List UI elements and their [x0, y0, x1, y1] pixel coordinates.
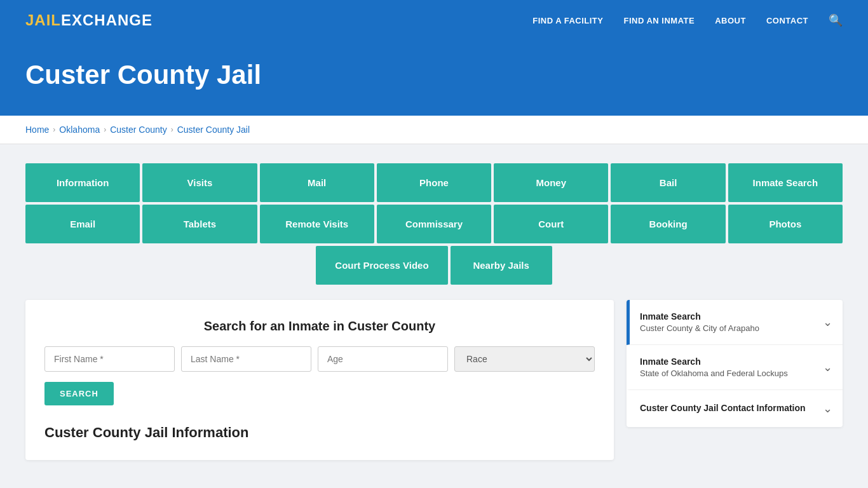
- logo-exchange: EXCHANGE: [61, 11, 153, 29]
- sidebar-card-2[interactable]: Custer County Jail Contact Information ⌄: [627, 390, 843, 427]
- bottom-section: Search for an Inmate in Custer County Ra…: [25, 300, 843, 460]
- btn-email[interactable]: Email: [25, 205, 140, 243]
- nav-links: FIND A FACILITY FIND AN INMATE ABOUT CON…: [532, 13, 843, 27]
- race-select[interactable]: Race White Black Hispanic Asian Other: [454, 346, 595, 372]
- last-name-input[interactable]: [181, 346, 311, 372]
- sidebar-card-sub-1: State of Oklahoma and Federal Lockups: [640, 369, 788, 378]
- breadcrumb-sep-2: ›: [104, 125, 106, 134]
- sidebar-card-sub-0: Custer County & City of Arapaho: [640, 323, 759, 333]
- site-logo[interactable]: JAILEXCHANGE: [25, 11, 153, 29]
- btn-information[interactable]: Information: [25, 163, 140, 202]
- grid-row-3: Court Process Video Nearby Jails: [25, 246, 843, 285]
- breadcrumb-sep-1: ›: [53, 125, 55, 134]
- sidebar-card-title-2: Custer County Jail Contact Information: [640, 403, 806, 413]
- breadcrumb: Home › Oklahoma › Custer County › Custer…: [25, 125, 843, 135]
- btn-inmate-search[interactable]: Inmate Search: [728, 163, 843, 202]
- sidebar-card-0[interactable]: Inmate Search Custer County & City of Ar…: [627, 300, 843, 345]
- search-title: Search for an Inmate in Custer County: [44, 319, 595, 334]
- inmate-search-card: Search for an Inmate in Custer County Ra…: [25, 300, 614, 460]
- chevron-down-icon-1: ⌄: [823, 360, 832, 374]
- btn-photos[interactable]: Photos: [728, 205, 843, 243]
- grid-row-1: Information Visits Mail Phone Money Bail…: [25, 163, 843, 202]
- age-input[interactable]: [318, 346, 448, 372]
- btn-mail[interactable]: Mail: [260, 163, 374, 202]
- hero-section: Custer County Jail: [0, 41, 868, 116]
- section-title: Custer County Jail Information: [44, 424, 595, 441]
- nav-find-facility[interactable]: FIND A FACILITY: [532, 16, 603, 25]
- btn-money[interactable]: Money: [494, 163, 608, 202]
- chevron-down-icon-2: ⌄: [823, 402, 832, 416]
- breadcrumb-bar: Home › Oklahoma › Custer County › Custer…: [0, 116, 868, 144]
- breadcrumb-jail[interactable]: Custer County Jail: [177, 125, 250, 135]
- navbar: JAILEXCHANGE FIND A FACILITY FIND AN INM…: [0, 0, 868, 41]
- nav-contact[interactable]: CONTACT: [766, 16, 808, 25]
- sidebar-cards: Inmate Search Custer County & City of Ar…: [627, 300, 843, 427]
- logo-jail: JAIL: [25, 11, 61, 29]
- search-icon[interactable]: 🔍: [829, 14, 843, 27]
- main-content: Information Visits Mail Phone Money Bail…: [0, 144, 868, 479]
- btn-visits[interactable]: Visits: [142, 163, 257, 202]
- btn-phone[interactable]: Phone: [377, 163, 491, 202]
- first-name-input[interactable]: [44, 346, 175, 372]
- chevron-down-icon-0: ⌄: [823, 315, 832, 329]
- btn-remote-visits[interactable]: Remote Visits: [260, 205, 374, 243]
- grid-row-2: Email Tablets Remote Visits Commissary C…: [25, 205, 843, 243]
- search-button[interactable]: SEARCH: [44, 382, 114, 405]
- page-title: Custer County Jail: [25, 60, 843, 90]
- btn-court[interactable]: Court: [494, 205, 608, 243]
- breadcrumb-sep-3: ›: [171, 125, 173, 134]
- nav-about[interactable]: ABOUT: [715, 16, 746, 25]
- btn-court-process-video[interactable]: Court Process Video: [316, 246, 447, 285]
- breadcrumb-custer-county[interactable]: Custer County: [110, 125, 166, 135]
- sidebar-card-title-1: Inmate Search: [640, 356, 788, 367]
- breadcrumb-home[interactable]: Home: [25, 125, 49, 135]
- search-inputs: Race White Black Hispanic Asian Other: [44, 346, 595, 372]
- nav-find-inmate[interactable]: FIND AN INMATE: [623, 16, 695, 25]
- sidebar-card-title-0: Inmate Search: [640, 311, 759, 322]
- btn-booking[interactable]: Booking: [611, 205, 725, 243]
- btn-nearby-jails[interactable]: Nearby Jails: [451, 246, 552, 285]
- btn-commissary[interactable]: Commissary: [377, 205, 491, 243]
- btn-bail[interactable]: Bail: [611, 163, 725, 202]
- sidebar-card-1[interactable]: Inmate Search State of Oklahoma and Fede…: [627, 345, 843, 390]
- breadcrumb-oklahoma[interactable]: Oklahoma: [59, 125, 100, 135]
- btn-tablets[interactable]: Tablets: [142, 205, 257, 243]
